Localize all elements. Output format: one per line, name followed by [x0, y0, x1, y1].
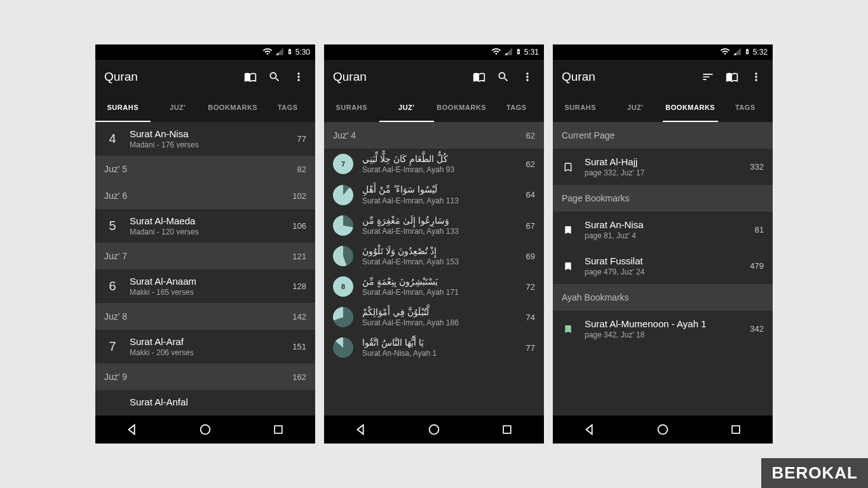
- tab-tags[interactable]: TAGS: [261, 94, 316, 122]
- back-button[interactable]: [582, 422, 597, 437]
- tab-juz[interactable]: JUZ': [379, 94, 435, 122]
- ayah-reference: Surat Aal-E-Imran, Ayah 153: [362, 257, 517, 266]
- ayah-item[interactable]: يَا أَيُّهَا النَّاسُ اتَّقُواSurat An-N…: [324, 332, 544, 363]
- ayah-arabic: لَيْسُوا سَوَاءً ۗ مِّنْ أَهْلِ: [362, 184, 517, 195]
- tab-bar: SURAHSJUZ'BOOKMARKSTAGS: [553, 94, 773, 122]
- bookmark-name: Surat An-Nisa: [585, 219, 745, 230]
- content-list[interactable]: Juz' 4627كُلُّ الطَّعَامِ كَانَ حِلًّا ل…: [324, 122, 544, 416]
- section-header[interactable]: Ayah Bookmarks: [553, 284, 773, 311]
- bookmark-name: Surat Al-Hajj: [585, 156, 740, 167]
- book-icon[interactable]: [724, 69, 740, 85]
- tab-surahs[interactable]: SURAHS: [553, 94, 608, 122]
- svg-point-4: [658, 425, 668, 435]
- ayah-arabic: لَّتُبْلَوُنَّ فِي أَمْوَالِكُمْ: [362, 307, 517, 317]
- back-button[interactable]: [353, 422, 369, 437]
- battery-icon: [744, 46, 750, 58]
- tab-juz[interactable]: JUZ': [151, 94, 206, 122]
- wifi-icon: [262, 46, 273, 58]
- book-icon[interactable]: [243, 69, 258, 85]
- surah-name: Surat Al-Araf: [130, 336, 292, 347]
- wifi-icon: [720, 46, 730, 58]
- sort-icon[interactable]: [700, 69, 715, 85]
- ayah-item[interactable]: إِذْ تُصْعِدُونَ وَلَا تَلْوُونَSurat Aa…: [324, 241, 544, 271]
- section-header[interactable]: Juz' 9162: [95, 363, 315, 390]
- navigation-bar: [324, 416, 544, 444]
- ayah-reference: Surat Aal-E-Imran, Ayah 113: [362, 196, 517, 205]
- surah-item[interactable]: 6Surat Al-AnaamMakki - 165 verses128: [95, 269, 315, 303]
- home-button[interactable]: [426, 422, 442, 437]
- page-number: 64: [526, 190, 535, 200]
- app-title: Quran: [104, 70, 234, 84]
- section-header[interactable]: Page Bookmarks: [553, 185, 773, 212]
- home-button[interactable]: [198, 422, 213, 437]
- progress-circle: [333, 307, 353, 327]
- ayah-item[interactable]: 7كُلُّ الطَّعَامِ كَانَ حِلًّا لِّبَنِيS…: [324, 149, 544, 179]
- tab-tags[interactable]: TAGS: [718, 94, 773, 122]
- recent-button[interactable]: [271, 422, 286, 437]
- back-button[interactable]: [125, 422, 140, 437]
- search-icon[interactable]: [496, 69, 511, 85]
- ayah-arabic: يَسْتَبْشِرُونَ بِنِعْمَةٍ مِّنَ: [362, 276, 517, 287]
- surah-number: 5: [95, 219, 130, 233]
- ayah-arabic: وَسَارِعُوا إِلَىٰ مَغْفِرَةٍ مِّن: [362, 215, 517, 226]
- tab-bookmarks[interactable]: BOOKMARKS: [663, 94, 718, 122]
- tab-juz[interactable]: JUZ': [608, 94, 663, 122]
- surah-item[interactable]: 7Surat Al-ArafMakki - 206 verses151: [95, 330, 315, 363]
- section-header[interactable]: Current Page: [553, 122, 773, 149]
- book-icon[interactable]: [471, 69, 487, 85]
- ayah-item[interactable]: 8يَسْتَبْشِرُونَ بِنِعْمَةٍ مِّنَSurat A…: [324, 271, 544, 302]
- section-header[interactable]: Juz' 462: [324, 122, 544, 149]
- tab-bar: SURAHSJUZ'BOOKMARKSTAGS: [324, 94, 544, 122]
- tab-bookmarks[interactable]: BOOKMARKS: [434, 94, 489, 122]
- app-bar: Quran: [324, 60, 544, 94]
- recent-button[interactable]: [499, 422, 515, 437]
- bookmark-icon: [562, 161, 574, 173]
- surah-subtitle: Madani - 120 verses: [130, 227, 292, 236]
- surah-name: Surat Al-Anaam: [130, 276, 292, 287]
- bookmark-item[interactable]: Surat Al-Mumenoon - Ayah 1page 342, Juz'…: [553, 311, 773, 347]
- progress-circle: 8: [333, 276, 353, 297]
- status-bar: 5:30: [95, 44, 315, 60]
- page-number: 74: [526, 313, 535, 322]
- surah-number: 7: [95, 339, 130, 354]
- page-number: 342: [750, 324, 764, 334]
- search-icon[interactable]: [267, 69, 282, 85]
- section-label: Juz' 4: [333, 130, 356, 140]
- surah-item[interactable]: 5Surat Al-MaedaMadani - 120 verses106: [95, 209, 315, 243]
- tab-tags[interactable]: TAGS: [489, 94, 545, 122]
- bookmark-item[interactable]: Surat Al-Hajjpage 332, Juz' 17332: [553, 149, 773, 185]
- surah-name: Surat Al-Maeda: [130, 215, 292, 226]
- page-number: 69: [526, 252, 535, 261]
- clock: 5:30: [295, 48, 310, 57]
- home-button[interactable]: [655, 422, 670, 437]
- more-icon[interactable]: [291, 69, 306, 85]
- surah-number: 4: [95, 132, 130, 146]
- section-label: Juz' 5: [104, 164, 127, 174]
- ayah-item[interactable]: لَّتُبْلَوُنَّ فِي أَمْوَالِكُمْSurat Aa…: [324, 302, 544, 332]
- section-header[interactable]: Juz' 6102: [95, 182, 315, 209]
- section-header[interactable]: Juz' 7121: [95, 243, 315, 269]
- ayah-item[interactable]: لَيْسُوا سَوَاءً ۗ مِّنْ أَهْلِSurat Aal…: [324, 179, 544, 210]
- bookmark-item[interactable]: Surat Fussilatpage 479, Juz' 24479: [553, 248, 773, 284]
- tab-surahs[interactable]: SURAHS: [95, 94, 151, 122]
- section-header[interactable]: Juz' 582: [95, 156, 315, 182]
- surah-number: 6: [95, 279, 130, 294]
- bookmark-item[interactable]: Surat An-Nisapage 81, Juz' 481: [553, 212, 773, 248]
- tab-surahs[interactable]: SURAHS: [324, 94, 379, 122]
- content-list[interactable]: Current PageSurat Al-Hajjpage 332, Juz' …: [553, 122, 773, 416]
- more-icon[interactable]: [749, 69, 764, 85]
- page-number: 81: [755, 225, 764, 234]
- surah-item[interactable]: 4Surat An-NisaMadani - 176 verses77: [95, 122, 315, 156]
- section-header[interactable]: Juz' 8142: [95, 303, 315, 330]
- more-icon[interactable]: [520, 69, 535, 85]
- bookmark-icon: [562, 224, 574, 236]
- ayah-reference: Surat Aal-E-Imran, Ayah 186: [362, 318, 517, 327]
- ayah-item[interactable]: وَسَارِعُوا إِلَىٰ مَغْفِرَةٍ مِّنSurat …: [324, 210, 544, 241]
- page-number: 162: [292, 372, 306, 382]
- status-bar: 5:32: [553, 44, 773, 60]
- recent-button[interactable]: [728, 422, 743, 437]
- content-list[interactable]: 4Surat An-NisaMadani - 176 verses77Juz' …: [95, 122, 315, 416]
- page-number: 77: [526, 343, 535, 353]
- tab-bookmarks[interactable]: BOOKMARKS: [205, 94, 261, 122]
- surah-item[interactable]: Surat Al-Anfal: [95, 390, 315, 414]
